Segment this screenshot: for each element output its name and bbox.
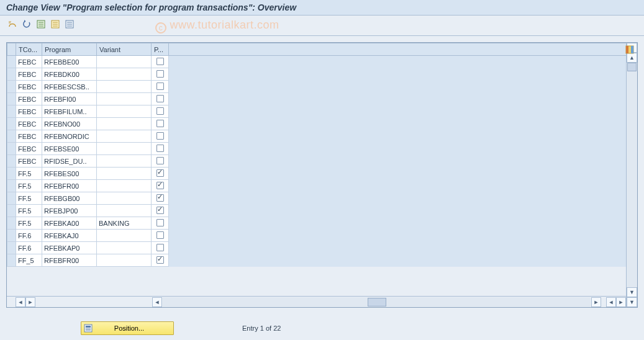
cell-checkbox[interactable] [152, 56, 169, 68]
row-selector[interactable] [7, 180, 16, 192]
cell-variant[interactable] [97, 81, 152, 93]
cell-checkbox[interactable] [152, 143, 169, 155]
row-selector[interactable] [7, 230, 16, 242]
checkbox-icon[interactable] [156, 194, 164, 202]
cell-tcode[interactable]: FF.5 [16, 205, 42, 217]
hscroll-thumb[interactable] [368, 298, 386, 306]
cell-program[interactable]: RFEBESCSB.. [42, 81, 97, 93]
vscroll-down[interactable]: ▼ [627, 297, 637, 307]
vscroll-thumb[interactable] [627, 63, 637, 71]
row-selector[interactable] [7, 192, 16, 205]
checkbox-icon[interactable] [156, 132, 164, 140]
cell-program[interactable]: RFEBDK00 [42, 68, 97, 81]
cell-tcode[interactable]: FF.5 [16, 192, 42, 205]
hscroll-right-3[interactable]: ► [616, 297, 626, 307]
row-selector[interactable] [7, 118, 16, 130]
checkbox-icon[interactable] [156, 219, 164, 226]
column-header-p[interactable]: P... [152, 43, 169, 56]
cell-variant[interactable]: BANKING [97, 217, 152, 230]
row-selector[interactable] [7, 93, 16, 105]
cell-checkbox[interactable] [152, 230, 169, 242]
cell-tcode[interactable]: FF.6 [16, 242, 42, 254]
position-button[interactable]: Position... [81, 321, 174, 335]
cell-tcode[interactable]: FEBC [16, 130, 42, 143]
cell-checkbox[interactable] [152, 217, 169, 230]
cell-variant[interactable] [97, 118, 152, 130]
hscroll-left-3[interactable]: ◄ [606, 297, 616, 307]
cell-tcode[interactable]: FEBC [16, 155, 42, 168]
cell-checkbox[interactable] [152, 180, 169, 192]
hscroll-left-2[interactable]: ◄ [152, 297, 162, 307]
delete-button[interactable] [63, 18, 76, 30]
cell-tcode[interactable]: FF.6 [16, 230, 42, 242]
cell-program[interactable]: RFEBBE00 [42, 56, 97, 68]
row-selector[interactable] [7, 81, 16, 93]
row-selector[interactable] [7, 130, 16, 143]
cell-tcode[interactable]: FEBC [16, 143, 42, 155]
cell-tcode[interactable]: FF.5 [16, 180, 42, 192]
cell-variant[interactable] [97, 93, 152, 105]
checkbox-icon[interactable] [156, 231, 164, 239]
vscroll-track[interactable] [627, 63, 637, 287]
cell-variant[interactable] [97, 242, 152, 254]
cell-program[interactable]: RFEBKAP0 [42, 242, 97, 254]
undo-button[interactable] [20, 18, 33, 30]
cell-tcode[interactable]: FF.5 [16, 217, 42, 230]
row-selector[interactable] [7, 254, 16, 267]
checkbox-icon[interactable] [156, 145, 164, 152]
hscroll-right-2[interactable]: ► [591, 297, 601, 307]
cell-program[interactable]: RFEBNORDIC [42, 130, 97, 143]
cell-program[interactable]: RFEBFR00 [42, 254, 97, 267]
cell-variant[interactable] [97, 68, 152, 81]
cell-tcode[interactable]: FEBC [16, 56, 42, 68]
checkbox-icon[interactable] [156, 182, 164, 189]
copy-as-button[interactable] [49, 18, 61, 30]
row-selector-header[interactable] [7, 43, 16, 56]
row-selector[interactable] [7, 105, 16, 118]
cell-program[interactable]: RFEBKA00 [42, 217, 97, 230]
cell-tcode[interactable]: FF.5 [16, 168, 42, 180]
column-header-variant[interactable]: Variant [97, 43, 152, 56]
checkbox-icon[interactable] [156, 120, 164, 127]
cell-program[interactable]: RFEBJP00 [42, 205, 97, 217]
cell-variant[interactable] [97, 105, 152, 118]
checkbox-icon[interactable] [156, 70, 164, 78]
cell-variant[interactable] [97, 192, 152, 205]
checkbox-icon[interactable] [156, 95, 164, 102]
row-selector[interactable] [7, 143, 16, 155]
checkbox-icon[interactable] [156, 107, 164, 115]
cell-checkbox[interactable] [152, 81, 169, 93]
cell-checkbox[interactable] [152, 254, 169, 267]
cell-variant[interactable] [97, 56, 152, 68]
cell-checkbox[interactable] [152, 118, 169, 130]
vscroll-page-down[interactable]: ▼ [627, 287, 637, 297]
cell-checkbox[interactable] [152, 192, 169, 205]
cell-variant[interactable] [97, 155, 152, 168]
cell-tcode[interactable]: FEBC [16, 105, 42, 118]
cell-program[interactable]: RFIDSE_DU.. [42, 155, 97, 168]
cell-tcode[interactable]: FF_5 [16, 254, 42, 267]
cell-tcode[interactable]: FEBC [16, 93, 42, 105]
cell-program[interactable]: RFEBFILUM.. [42, 105, 97, 118]
column-header-tcode[interactable]: TCo... [16, 43, 42, 56]
cell-variant[interactable] [97, 180, 152, 192]
cell-program[interactable]: RFEBKAJ0 [42, 230, 97, 242]
hscroll-right-1[interactable]: ► [25, 297, 35, 307]
cell-checkbox[interactable] [152, 205, 169, 217]
cell-checkbox[interactable] [152, 242, 169, 254]
cell-variant[interactable] [97, 143, 152, 155]
cell-program[interactable]: RFEBSE00 [42, 143, 97, 155]
other-view-button[interactable] [6, 18, 19, 30]
checkbox-icon[interactable] [156, 207, 164, 214]
cell-program[interactable]: RFEBES00 [42, 168, 97, 180]
hscroll-track[interactable] [163, 297, 591, 307]
cell-variant[interactable] [97, 130, 152, 143]
column-header-program[interactable]: Program [42, 43, 97, 56]
row-selector[interactable] [7, 155, 16, 168]
cell-tcode[interactable]: FEBC [16, 118, 42, 130]
cell-program[interactable]: RFEBFI00 [42, 93, 97, 105]
cell-checkbox[interactable] [152, 155, 169, 168]
checkbox-icon[interactable] [156, 83, 164, 90]
cell-checkbox[interactable] [152, 93, 169, 105]
row-selector[interactable] [7, 205, 16, 217]
